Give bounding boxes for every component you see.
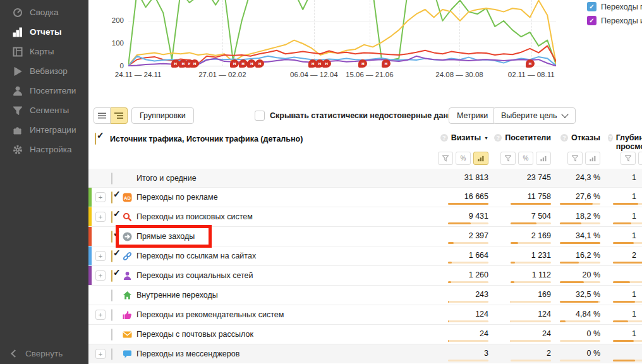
row-checkbox[interactable]: ✓: [111, 270, 112, 282]
sidebar-item-6[interactable]: Сегменты: [0, 100, 88, 120]
chart-annotation-marker[interactable]: н: [230, 59, 239, 68]
row-checkbox[interactable]: ✓: [111, 212, 112, 223]
chart-annotation-marker[interactable]: н: [526, 59, 535, 68]
sidebar-item-8[interactable]: Настройка: [0, 140, 88, 159]
sidebar-collapse-button[interactable]: Свернуть: [12, 349, 63, 358]
gear-icon: [12, 145, 23, 155]
row-checkbox[interactable]: ✓: [111, 192, 112, 203]
chevron-left-icon: [11, 349, 19, 358]
bounce-value: 32,5 %: [576, 290, 600, 299]
percent-filter-button[interactable]: %: [518, 152, 533, 165]
list-view-icon: [98, 112, 106, 119]
bounce-value: 0 %: [586, 329, 600, 338]
column-filters: [621, 152, 642, 165]
depth-bar: [613, 301, 642, 303]
row-checkbox[interactable]: ✓: [111, 231, 112, 243]
chart-annotation-marker[interactable]: н: [358, 59, 367, 68]
depth-value: 1: [632, 192, 636, 201]
sidebar-item-3[interactable]: Карты: [0, 42, 88, 61]
hint-icon[interactable]: ?: [608, 134, 613, 142]
chart-annotation-marker[interactable]: н: [322, 59, 331, 68]
expand-button[interactable]: +: [95, 192, 106, 202]
row-label: Переходы по ссылкам на сайтах: [136, 252, 256, 260]
chart-annotation-marker[interactable]: н: [190, 59, 199, 68]
column-header-1[interactable]: ?Визиты▼: [440, 133, 488, 142]
funnel-filter-button[interactable]: [500, 152, 516, 165]
bars-filter-button[interactable]: [473, 152, 488, 165]
visitors-value: 1 231: [531, 251, 551, 260]
bars-filter-button[interactable]: [536, 152, 551, 165]
visitors-value: 2: [547, 349, 551, 358]
expand-button[interactable]: +: [95, 212, 106, 222]
sidebar: СводкаОтчетыКартыВебвизорПосетителиСегме…: [0, 0, 88, 364]
puzzle-icon: [12, 125, 23, 135]
row-checkbox[interactable]: [111, 173, 112, 185]
sidebar-item-4[interactable]: Вебвизор: [0, 61, 88, 81]
row-checkbox[interactable]: ✓: [111, 251, 112, 262]
sidebar-item-1[interactable]: Сводка: [0, 3, 88, 22]
depth-value: 1: [632, 290, 636, 299]
funnel-filter-button[interactable]: [621, 152, 636, 165]
table-row[interactable]: + ✓ AD Переходы по рекламе 16 66511 7582…: [88, 187, 642, 207]
visits-bar: [448, 360, 488, 361]
chart-annotation-marker[interactable]: н: [255, 59, 264, 68]
list-view-button[interactable]: [94, 107, 111, 124]
expand-button[interactable]: +: [95, 270, 106, 281]
sidebar-item-label: Отчеты: [30, 27, 61, 37]
expand-button[interactable]: +: [95, 349, 106, 359]
table-body: Итого и средние 31 81323 74524,3 %1 + ✓ …: [88, 169, 642, 363]
sidebar-item-7[interactable]: Интеграции: [0, 120, 88, 140]
column-header-2[interactable]: ?Посетители: [494, 133, 551, 142]
visitors-value: 7 504: [531, 212, 551, 221]
table-row[interactable]: + ✓ Переходы по ссылкам на сайтах 1 6641…: [88, 246, 642, 265]
visitors-value: 169: [538, 290, 551, 299]
expand-button[interactable]: +: [95, 251, 106, 261]
select-all-checkbox[interactable]: ✓: [95, 133, 96, 145]
sidebar-item-label: Настройка: [30, 145, 71, 154]
visitors-value: 11 758: [528, 192, 551, 201]
bars-filter-button[interactable]: [638, 152, 642, 165]
sidebar-item-5[interactable]: Посетители: [0, 81, 88, 100]
table-row[interactable]: + ✓ Переходы из социальных сетей 1 2601 …: [88, 265, 642, 285]
table-row[interactable]: Итого и средние 31 81323 74524,3 %1: [88, 169, 642, 187]
table-row[interactable]: + Переходы из рекомендательных систем 12…: [88, 305, 642, 324]
chart-annotation-marker[interactable]: н: [239, 59, 248, 68]
legend-checkbox[interactable]: ✓: [587, 2, 597, 11]
hint-icon[interactable]: ?: [440, 134, 448, 142]
groupings-button[interactable]: Группировки: [131, 107, 194, 124]
sort-desc-icon: ▼: [484, 136, 488, 140]
row-color-stripe: [88, 227, 92, 246]
legend-checkbox[interactable]: ✓: [587, 16, 597, 25]
funnel-filter-button[interactable]: [567, 152, 583, 165]
column-header-3[interactable]: ?Отказы: [560, 133, 600, 142]
table-row[interactable]: Внутренние переходы 24316932,5 %1: [88, 285, 642, 305]
row-label: Итого и средние: [136, 174, 197, 183]
column-label: Визиты: [451, 133, 481, 142]
table-row[interactable]: + Переходы из мессенджеров 320 %: [88, 344, 642, 363]
tree-view-button[interactable]: [111, 107, 128, 124]
funnel-filter-button[interactable]: [438, 152, 453, 165]
table-row[interactable]: + ✓ Переходы из поисковых систем 9 4317 …: [88, 207, 642, 226]
visitors-bar: [511, 222, 551, 224]
row-checkbox[interactable]: [111, 329, 112, 341]
expand-button[interactable]: +: [95, 310, 106, 320]
metrics-button[interactable]: Метрики: [449, 107, 496, 124]
column-header-4[interactable]: ?Глубина просмотра: [608, 133, 642, 151]
sidebar-item-2[interactable]: Отчеты: [0, 22, 88, 42]
hint-icon[interactable]: ?: [560, 134, 568, 142]
bars-filter-button[interactable]: [585, 152, 600, 165]
table-row[interactable]: Переходы с почтовых рассылок 24240 %1: [88, 324, 642, 344]
chart-annotation-marker[interactable]: н: [382, 59, 391, 68]
sidebar-item-label: Вебвизор: [30, 66, 68, 76]
row-checkbox[interactable]: [111, 349, 112, 360]
percent-filter-button[interactable]: %: [456, 152, 471, 165]
row-checkbox[interactable]: [111, 290, 112, 301]
select-goal-dropdown[interactable]: Выберите цель: [493, 107, 576, 124]
visits-value: 3: [484, 349, 488, 358]
hide-unreliable-checkbox[interactable]: [255, 111, 265, 121]
hint-icon[interactable]: ?: [494, 134, 502, 142]
traffic-chart: 0100200 нннннннннннннн 24.11 — 24.1127.0…: [88, 0, 642, 88]
row-checkbox[interactable]: [111, 310, 112, 321]
thumb-up-icon: [123, 310, 132, 320]
x-axis-label: 02.11 — 08.11: [508, 71, 555, 78]
